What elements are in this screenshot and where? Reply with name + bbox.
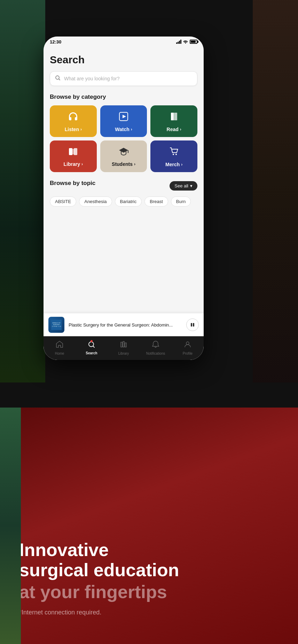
topic-burn[interactable]: Burn xyxy=(171,196,191,207)
watch-label: Watch › xyxy=(115,127,132,132)
battery-icon xyxy=(190,40,197,44)
library-nav-icon xyxy=(120,340,127,350)
svg-text:JOURNAL CLUB: JOURNAL CLUB xyxy=(52,326,61,327)
browse-category-title: Browse by category xyxy=(50,94,197,100)
svg-marker-9 xyxy=(119,148,128,153)
svg-rect-3 xyxy=(171,113,174,120)
promo-image-strip xyxy=(0,408,21,644)
category-watch[interactable]: Watch › xyxy=(100,105,147,137)
nav-item-profile[interactable]: Profile xyxy=(172,340,204,355)
svg-marker-2 xyxy=(123,115,126,118)
svg-rect-18 xyxy=(193,323,194,327)
graduation-icon xyxy=(118,147,129,159)
mini-player-info: Plastic Surgery for the General Surgeon:… xyxy=(69,322,182,328)
svg-rect-5 xyxy=(173,113,175,120)
topic-anesthesia[interactable]: Anesthesia xyxy=(79,196,112,207)
status-icons xyxy=(176,39,197,45)
profile-icon xyxy=(184,340,191,350)
category-students[interactable]: Students › xyxy=(100,140,147,172)
bell-icon xyxy=(152,340,159,350)
nav-label-library: Library xyxy=(118,352,129,355)
topic-breast[interactable]: Breast xyxy=(144,196,168,207)
bottom-navigation: Home Search xyxy=(44,336,204,360)
svg-text:SURGERY: SURGERY xyxy=(53,324,60,325)
category-listen[interactable]: Listen › xyxy=(50,105,97,137)
nav-item-search[interactable]: Search xyxy=(76,341,108,355)
read-label: Read › xyxy=(167,127,181,132)
nav-item-notifications[interactable]: Notifications xyxy=(140,340,172,355)
page-title: Search xyxy=(50,54,197,66)
nav-label-home: Home xyxy=(55,352,64,355)
topic-bariatric[interactable]: Bariatric xyxy=(115,196,142,207)
scroll-area: Search What are you looking for? Browse … xyxy=(44,47,204,313)
mini-player-title: Plastic Surgery for the General Surgeon:… xyxy=(69,322,173,328)
search-active-dot xyxy=(91,340,93,342)
signal-icon xyxy=(176,40,181,44)
promo-sub: at your fingertips xyxy=(19,582,279,602)
library-label: Library › xyxy=(64,161,83,167)
home-icon xyxy=(56,340,63,350)
nav-label-notifications: Notifications xyxy=(146,352,165,355)
mini-player-thumbnail: ANNALS OF SURGERY JOURNAL CLUB xyxy=(48,317,64,333)
nav-item-home[interactable]: Home xyxy=(44,340,76,355)
status-time: 12:30 xyxy=(50,39,61,45)
svg-rect-4 xyxy=(174,113,177,120)
svg-point-20 xyxy=(186,342,189,345)
see-all-button[interactable]: See all ▾ xyxy=(170,181,197,191)
nav-label-search: Search xyxy=(86,351,97,355)
wifi-icon xyxy=(183,39,188,45)
listen-label: Listen › xyxy=(65,127,82,132)
headphones-icon xyxy=(68,112,78,124)
mini-player-pause-button[interactable] xyxy=(186,319,199,331)
svg-rect-8 xyxy=(72,149,74,154)
category-library[interactable]: Library › xyxy=(50,140,97,172)
category-grid: Listen › Watch › xyxy=(50,105,197,172)
promo-note: *Internet connection required. xyxy=(19,609,279,616)
category-read[interactable]: Read › xyxy=(150,105,197,137)
app-content: Search What are you looking for? Browse … xyxy=(44,47,204,360)
search-placeholder: What are you looking for? xyxy=(64,76,120,81)
nav-item-library[interactable]: Library xyxy=(108,340,140,355)
mini-player[interactable]: ANNALS OF SURGERY JOURNAL CLUB Plastic S… xyxy=(44,313,204,336)
merch-label: Merch › xyxy=(165,162,182,167)
browse-topic-title: Browse by topic xyxy=(50,180,95,187)
students-label: Students › xyxy=(112,161,135,167)
nav-label-profile: Profile xyxy=(183,352,193,355)
svg-point-11 xyxy=(173,154,174,155)
topic-header: Browse by topic See all ▾ xyxy=(50,180,197,192)
books-icon xyxy=(68,147,78,159)
category-merch[interactable]: Merch › xyxy=(150,140,197,172)
cart-icon xyxy=(169,147,179,159)
svg-point-12 xyxy=(175,154,177,155)
search-bar-icon xyxy=(55,75,61,82)
bg-left-decoration xyxy=(0,0,45,383)
phone-frame: 12:30 Search xyxy=(44,37,204,360)
bg-right-decoration xyxy=(253,0,298,383)
play-icon xyxy=(119,112,128,124)
status-bar: 12:30 xyxy=(44,37,204,47)
search-bar[interactable]: What are you looking for? xyxy=(50,71,197,86)
topic-pills: ABSITE Anesthesia Bariatric Breast Burn xyxy=(50,196,197,207)
topic-absite[interactable]: ABSITE xyxy=(50,196,76,207)
svg-rect-17 xyxy=(191,323,192,327)
search-nav-icon-wrap xyxy=(88,341,95,350)
promo-section: Innovative surgical education at your fi… xyxy=(0,408,298,644)
promo-headline-line1: Innovative surgical education xyxy=(19,540,279,580)
book-icon xyxy=(169,112,179,124)
